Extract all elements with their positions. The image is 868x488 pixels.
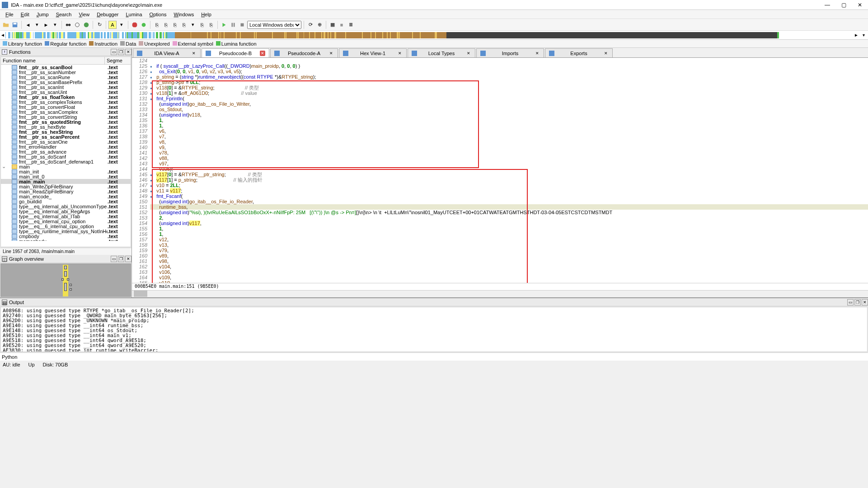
function-row[interactable]: fmt__ptr_ss_complexTokens.text	[1, 99, 131, 104]
code-line[interactable]: 158 v13,	[132, 242, 868, 248]
code-line[interactable]: 156 1,	[132, 231, 868, 237]
code-line[interactable]: 153 2,	[132, 215, 868, 221]
code-line[interactable]: 139 v8,	[132, 139, 868, 145]
code-line[interactable]: 146 v117[1] = p_string; // 输入的指针	[132, 177, 868, 183]
function-row[interactable]: fmt__ptr_ss_scanBool.text	[1, 65, 131, 70]
function-row[interactable]: fmt__ptr_ss_scanUint.text	[1, 89, 131, 94]
function-row[interactable]: fmt__ptr_ss_floatToken.text	[1, 94, 131, 99]
nav-dropdown-icon[interactable]: ▾	[859, 33, 868, 38]
code-line[interactable]: 133 os_Stdout,	[132, 107, 868, 112]
minimize-button[interactable]: —	[819, 0, 835, 9]
nav-left-icon[interactable]: ◄	[0, 33, 5, 38]
stop-icon[interactable]	[131, 21, 139, 29]
code-line[interactable]: 140 v9,	[132, 145, 868, 150]
function-row[interactable]: fmt__ptr_ss_hexByte.text	[1, 124, 131, 129]
function-row[interactable]: main_WriteZipFileBinary.text	[1, 184, 131, 189]
pane-minimize-icon[interactable]: ▭	[847, 299, 854, 305]
arrow-right-icon[interactable]: ►	[42, 21, 50, 29]
code-line[interactable]: 136 1,	[132, 123, 868, 128]
code-line[interactable]: 152 (unsigned int)"%si), )(tvrRuUeEaAlLs…	[132, 210, 868, 215]
code-line[interactable]: 128 p_string->ptr = 0LL;	[132, 80, 868, 85]
code-line[interactable]: 165 v110,	[132, 280, 868, 283]
python-input[interactable]	[25, 354, 868, 360]
tab-pseudocode-b[interactable]: Pseudocode-B✕	[202, 48, 269, 57]
code-line[interactable]: 163 v106,	[132, 269, 868, 275]
graph-overview[interactable]	[0, 263, 131, 297]
function-row[interactable]: type__eq_runtime_internal_sys_NotInHeap.…	[1, 229, 131, 234]
dropdown-icon[interactable]: ▾	[33, 21, 41, 29]
code-line[interactable]: 124	[132, 58, 868, 63]
function-row[interactable]: type__eq_internal_abi_RegArgs.text	[1, 209, 131, 214]
function-row[interactable]: fmt__ptr_ss_scanBasePrefix.text	[1, 80, 131, 84]
menu-options[interactable]: Options	[146, 12, 170, 17]
step-icon[interactable]: ⎘	[207, 21, 215, 29]
tab-close-icon[interactable]: ✕	[466, 51, 471, 56]
nav-strip[interactable]: ◄ ► ▾	[0, 31, 868, 40]
pane-close-icon[interactable]: ✕	[125, 49, 131, 55]
code-line[interactable]: 148 v11 = v117;	[132, 188, 868, 193]
arrow-left-icon[interactable]: ◄	[24, 21, 32, 29]
code-line[interactable]: 143 v97,	[132, 161, 868, 166]
code-line[interactable]: 150 (unsigned int)go_itab__os_File_io_Re…	[132, 199, 868, 204]
function-row[interactable]: type__eq__6_internal_cpu_option.text	[1, 224, 131, 229]
function-row[interactable]: fmt__ptr_ss_quotedString.text	[1, 119, 131, 124]
maximize-button[interactable]: ▢	[835, 0, 852, 9]
code-line[interactable]: 157 v12,	[132, 237, 868, 242]
code-line[interactable]: 151 runtime_bss,	[132, 204, 868, 210]
code-line[interactable]: 129 v118[0] = &RTYPE_string; // 类型	[132, 85, 868, 90]
debugger-select[interactable]: Local Windows debugger	[247, 21, 301, 29]
code-line[interactable]: 135 1,	[132, 117, 868, 123]
code-line[interactable]: 162 v104,	[132, 264, 868, 269]
code-line[interactable]: 164 v109,	[132, 275, 868, 280]
function-row[interactable]: type__eq_internal_abi_UncommonType.text	[1, 204, 131, 209]
menu-windows[interactable]: Windows	[170, 12, 198, 17]
function-row[interactable]: main_init.text	[1, 169, 131, 174]
function-row[interactable]: fmt__ptr_ss_scanRune.text	[1, 75, 131, 80]
function-row[interactable]: memeqbody.text	[1, 239, 131, 241]
pane-restore-icon[interactable]: ❐	[854, 299, 861, 305]
menu-jump[interactable]: Jump	[33, 12, 52, 17]
close-button[interactable]: ✕	[852, 0, 868, 9]
code-line[interactable]: 134 (unsigned int)v118,	[132, 112, 868, 117]
function-row[interactable]: fmt__ptr_ss_scanComplex.text	[1, 109, 131, 114]
code-line[interactable]: 137 v6,	[132, 128, 868, 134]
col-segment[interactable]: Segme	[105, 57, 131, 64]
code-hscroll[interactable]	[132, 290, 868, 297]
tab-exports[interactable]: Exports✕	[545, 48, 613, 57]
function-row[interactable]: fmt__ptr_ss_scanInt.text	[1, 84, 131, 89]
code-line[interactable]: 131 fmt_Fprintln(	[132, 96, 868, 101]
pane-restore-icon[interactable]: ❐	[118, 256, 124, 262]
code-line[interactable]: 159 v79,	[132, 248, 868, 253]
output-log[interactable]: A08968: using guessed type RTYPE *go_ita…	[0, 307, 868, 352]
code-line[interactable]: 125 if ( syscall__ptr_LazyProc_Call((_DW…	[132, 63, 868, 69]
stop-icon[interactable]	[238, 21, 246, 29]
menu-debugger[interactable]: Debugger	[93, 12, 122, 17]
pane-minimize-icon[interactable]: ▭	[111, 49, 117, 55]
open-icon[interactable]	[2, 21, 10, 29]
code-line[interactable]: 145 v117[0] = &RTYPE__ptr_string; // 类型	[132, 172, 868, 177]
step-icon[interactable]: ⎘	[162, 21, 170, 29]
function-row[interactable]: main_main.text	[1, 179, 131, 184]
step-icon[interactable]: ⎘	[153, 21, 161, 29]
code-line[interactable]: 161 v98,	[132, 258, 868, 264]
tab-hex-view-1[interactable]: Hex View-1✕	[339, 48, 407, 57]
pane-restore-icon[interactable]: ❐	[118, 49, 124, 55]
tab-close-icon[interactable]: ✕	[603, 51, 609, 56]
dropdown-icon[interactable]: ▾	[117, 21, 126, 29]
code-editor[interactable]: 124125 if ( syscall__ptr_LazyProc_Call((…	[132, 58, 868, 283]
step-icon[interactable]: ⎘	[171, 21, 179, 29]
function-row[interactable]: main_init_0.text	[1, 174, 131, 179]
menu-view[interactable]: View	[75, 12, 94, 17]
dropdown-icon[interactable]: ▾	[189, 21, 197, 29]
tab-pseudocode-a[interactable]: Pseudocode-A✕	[270, 48, 338, 57]
globe-icon[interactable]	[82, 21, 90, 29]
menu-file[interactable]: File	[2, 12, 17, 17]
code-line[interactable]: 132 (unsigned int)go_itab__os_File_io_Wr…	[132, 101, 868, 107]
nav-bar[interactable]	[5, 32, 854, 38]
pause-icon[interactable]	[229, 21, 237, 29]
goto-icon[interactable]	[73, 21, 81, 29]
tab-close-icon[interactable]: ✕	[260, 51, 265, 56]
tool-icon[interactable]: ▦	[328, 21, 337, 29]
function-row[interactable]: fmt__ptr_ss_scanPercent.text	[1, 134, 131, 139]
pane-close-icon[interactable]: ✕	[862, 299, 868, 305]
